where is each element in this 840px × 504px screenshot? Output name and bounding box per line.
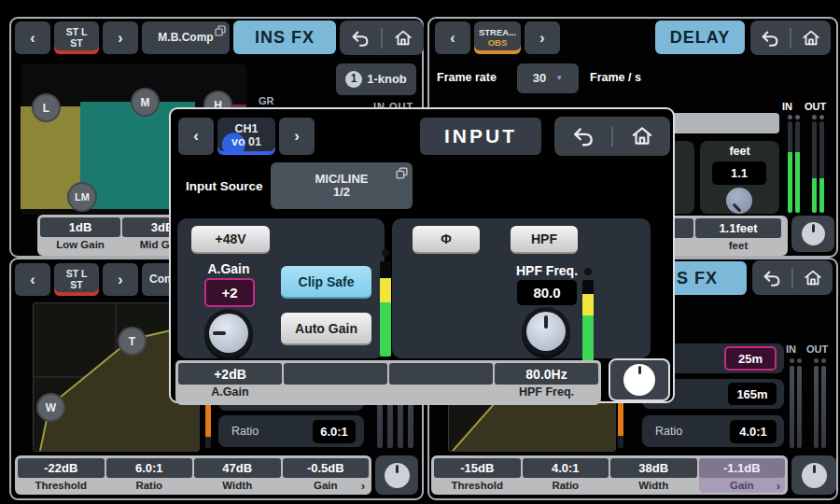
delay-in-label: IN bbox=[782, 101, 792, 112]
comp-bottom-bar: -22dB Threshold 6.0:1 Ratio 47dB Width -… bbox=[15, 455, 371, 495]
undo-button[interactable] bbox=[554, 117, 611, 156]
param-cell-threshold[interactable]: -22dB Threshold bbox=[17, 457, 105, 493]
frame-rate-unit: Frame / s bbox=[590, 71, 641, 84]
undo-button[interactable] bbox=[752, 260, 791, 295]
frame-rate-dropdown[interactable]: 30 ▼ bbox=[517, 63, 579, 93]
comp-assigned-knob-button[interactable] bbox=[375, 455, 418, 495]
release-value[interactable]: 165m bbox=[728, 383, 777, 405]
param-cell-gain-selected[interactable]: -1.1dB Gain› bbox=[698, 457, 787, 493]
delay-nav-group bbox=[750, 21, 831, 55]
home-icon bbox=[630, 124, 654, 148]
mbcomp-fxname-button[interactable]: M.B.Comp bbox=[142, 21, 230, 54]
phantom-48v-button[interactable]: +48V bbox=[191, 226, 270, 254]
copy-icon[interactable] bbox=[215, 25, 226, 36]
delay-screen-title: DELAY bbox=[655, 21, 745, 54]
channel-name-line2: ST bbox=[70, 280, 82, 291]
param-cell-empty[interactable] bbox=[283, 362, 388, 403]
undo-icon bbox=[350, 28, 371, 49]
param-cell-threshold[interactable]: -15dB Threshold bbox=[433, 457, 522, 493]
meter-peak-dot bbox=[812, 115, 817, 119]
undo-button[interactable] bbox=[750, 21, 790, 55]
again-value[interactable]: +2 bbox=[204, 278, 255, 307]
frame-rate-value: 30 bbox=[533, 72, 546, 85]
mbcomp-prev-button[interactable]: ‹ bbox=[15, 21, 50, 54]
mbcomp-channel-button[interactable]: ST L ST bbox=[54, 21, 99, 54]
param-cell-ratio[interactable]: 4.0:1 Ratio bbox=[522, 457, 610, 493]
param-cell-ratio[interactable]: 6.0:1 Ratio bbox=[105, 457, 194, 493]
knob-pointer bbox=[733, 203, 742, 213]
param-cell-hpffreq[interactable]: 80.0Hz HPF Freq. bbox=[494, 362, 599, 403]
meter-peak-dot bbox=[819, 115, 824, 119]
param-cell-width[interactable]: 47dB Width bbox=[193, 457, 282, 493]
back-chevron-icon: ‹ bbox=[30, 30, 35, 47]
undo-button[interactable] bbox=[340, 21, 381, 55]
delay-prev-button[interactable]: ‹ bbox=[435, 21, 470, 54]
hpf-button[interactable]: HPF bbox=[511, 226, 578, 254]
back-chevron-icon: ‹ bbox=[193, 128, 199, 146]
gr-label: GR bbox=[259, 95, 274, 106]
delay-feet-box: feet 1.1 bbox=[700, 141, 779, 214]
attack-value[interactable]: 25m bbox=[724, 346, 777, 371]
param-cell-feet[interactable]: 1.1feet feet bbox=[694, 217, 782, 254]
meter-peak-dot bbox=[821, 358, 826, 363]
param-cell-width[interactable]: 38dB Width bbox=[609, 457, 698, 493]
knob-pointer bbox=[213, 331, 226, 335]
input-next-channel-button[interactable]: › bbox=[279, 118, 315, 155]
auto-gain-button[interactable]: Auto Gain bbox=[281, 313, 371, 345]
low-band-handle[interactable]: L bbox=[32, 93, 61, 122]
ratio-label: Ratio bbox=[231, 425, 259, 438]
param-cell-gain[interactable]: -0.5dB Gain› bbox=[282, 457, 371, 493]
width-handle[interactable]: W bbox=[36, 393, 65, 422]
feet-value[interactable]: 1.1 bbox=[712, 161, 766, 185]
ratio-value[interactable]: 6.0:1 bbox=[313, 420, 356, 443]
hpf-knob[interactable] bbox=[526, 312, 566, 351]
input-source-button[interactable]: MIC/LINE 1/2 bbox=[271, 162, 413, 209]
input-assigned-knob-button[interactable] bbox=[609, 358, 670, 401]
comp-channel-button[interactable]: ST L ST bbox=[54, 263, 99, 296]
param-cell-again[interactable]: +2dB A.Gain bbox=[177, 362, 283, 403]
mid-band-handle[interactable]: M bbox=[131, 88, 160, 117]
comp-prev-button[interactable]: ‹ bbox=[15, 263, 50, 296]
one-knob-button[interactable]: 1 1-knob bbox=[336, 63, 416, 95]
param-cell-empty[interactable] bbox=[388, 362, 494, 403]
clip-safe-button[interactable]: Clip Safe bbox=[281, 266, 371, 299]
feet-label: feet bbox=[700, 145, 779, 158]
lowmid-crossover-handle[interactable]: LM bbox=[67, 182, 97, 212]
home-button[interactable] bbox=[791, 21, 831, 55]
insfx2-out-label: OUT bbox=[806, 343, 828, 355]
threshold-handle[interactable]: T bbox=[118, 327, 147, 356]
again-label: A.Gain bbox=[191, 261, 266, 276]
hpf-freq-label: HPF Freq. bbox=[500, 263, 594, 278]
meter-peak-dot bbox=[814, 358, 819, 363]
delay-next-button[interactable]: › bbox=[525, 21, 560, 54]
knob-pointer bbox=[544, 315, 548, 329]
ratio-row: Ratio 6.0:1 bbox=[218, 415, 364, 447]
ratio-label: Ratio bbox=[655, 425, 682, 438]
feet-knob[interactable] bbox=[726, 188, 752, 214]
insfx2-assigned-knob-button[interactable] bbox=[791, 455, 836, 495]
delay-assigned-knob-button[interactable] bbox=[791, 216, 834, 252]
meter-peak-dot bbox=[797, 358, 802, 363]
in-meter-r bbox=[797, 366, 802, 448]
mbcomp-next-button[interactable]: › bbox=[103, 21, 138, 54]
source-line1: MIC/LINE bbox=[315, 173, 368, 186]
phase-button[interactable]: Φ bbox=[413, 226, 480, 254]
delay-channel-button[interactable]: STREA... OBS bbox=[474, 21, 521, 54]
home-button[interactable] bbox=[793, 260, 833, 295]
comp-next-button[interactable]: › bbox=[103, 263, 138, 296]
ratio-value[interactable]: 4.0:1 bbox=[730, 420, 777, 443]
knob-icon bbox=[623, 364, 655, 396]
again-knob[interactable] bbox=[209, 314, 248, 353]
home-button[interactable] bbox=[613, 117, 670, 156]
home-button[interactable] bbox=[383, 21, 424, 55]
copy-icon[interactable] bbox=[396, 167, 408, 179]
in-meter-l bbox=[788, 121, 792, 213]
post-hpf-level-meter bbox=[582, 280, 594, 370]
input-channel-button[interactable]: CH1 vo 01 bbox=[217, 118, 275, 155]
input-prev-channel-button[interactable]: ‹ bbox=[178, 118, 214, 155]
input-bottom-bar: +2dB A.Gain 80.0Hz HPF Freq. bbox=[175, 360, 601, 405]
meter-peak-dot bbox=[790, 358, 794, 363]
input-source-label: Input Source bbox=[186, 179, 263, 193]
hpf-freq-value[interactable]: 80.0 bbox=[517, 280, 577, 305]
param-cell-lowgain[interactable]: 1dB Low Gain bbox=[39, 217, 121, 254]
